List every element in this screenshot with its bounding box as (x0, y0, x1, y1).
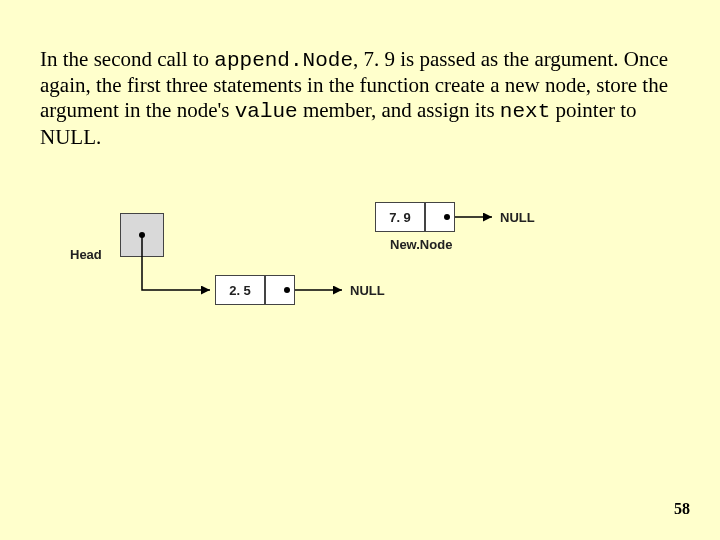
node1-null-label: NULL (350, 283, 385, 298)
node1-pointer-cell (265, 275, 295, 305)
node2-value-box: 7. 9 (375, 202, 425, 232)
code-value: value (235, 100, 298, 123)
page-number: 58 (674, 500, 690, 518)
node2-dot-icon (444, 214, 450, 220)
node1-value-box: 2. 5 (215, 275, 265, 305)
text-seg-c: member, and assign its (298, 98, 500, 122)
slide: In the second call to append.Node, 7. 9 … (0, 0, 720, 540)
code-next: next (500, 100, 550, 123)
text-seg-a: In the second call to (40, 47, 214, 71)
body-paragraph: In the second call to append.Node, 7. 9 … (40, 47, 680, 150)
code-appendnode: append.Node (214, 49, 353, 72)
newnode-label: New.Node (390, 237, 452, 252)
linked-list-diagram: Head 2. 5 NULL 7. 9 NULL New.Node (50, 195, 610, 365)
node1-dot-icon (284, 287, 290, 293)
node2-null-label: NULL (500, 210, 535, 225)
node2-pointer-cell (425, 202, 455, 232)
